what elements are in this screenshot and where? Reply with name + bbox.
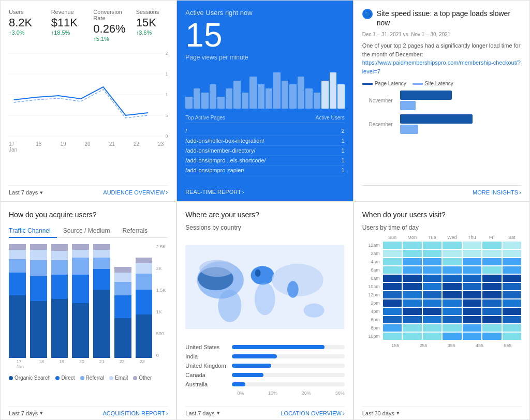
acq-seg-organic-2 — [51, 299, 68, 358]
acquisition-panel-footer: Last 7 days ▾ ACQUISITION REPORT › — [9, 406, 168, 416]
country-bar-4 — [232, 382, 245, 386]
realtime-title: Active Users right now — [185, 9, 344, 17]
acq-column-3[interactable] — [72, 244, 89, 358]
heatmap-cell-5-2 — [423, 283, 441, 290]
svg-point-14 — [255, 282, 275, 315]
country-list: United States India United Kingdom Canad… — [185, 344, 344, 387]
realtime-report-link[interactable]: REAL-TIME REPORT › — [185, 189, 244, 195]
country-row-4: Australia — [185, 381, 344, 387]
heatmap-cell-0-0 — [383, 242, 402, 249]
realtime-bar-chart — [185, 67, 344, 109]
acquisition-panel: How do you acquire users? Traffic Channe… — [0, 202, 176, 420]
acquisition-legend: Organic Search Direct Referral Email Oth… — [9, 375, 168, 381]
metric-users-change: ↑3.0% — [9, 29, 41, 36]
tab-source-medium[interactable]: Source / Medium — [57, 224, 116, 237]
legend-organic: Organic Search — [9, 375, 50, 381]
heatmap-cell-9-4 — [463, 316, 481, 323]
acq-seg-other-6 — [136, 258, 153, 263]
month-row-november: November — [362, 91, 521, 110]
location-period-dropdown[interactable]: Last 7 days ▾ — [185, 410, 219, 416]
rt-bar-19 — [337, 84, 344, 109]
acq-seg-direct-6 — [136, 290, 153, 314]
heatmap-cell-11-1 — [403, 333, 421, 340]
insights-bar-chart: November December — [362, 91, 521, 134]
acq-seg-email-3 — [72, 250, 89, 258]
november-label: November — [362, 98, 396, 103]
acquisition-report-link[interactable]: ACQUISITION REPORT › — [102, 410, 168, 416]
acq-seg-organic-4 — [93, 290, 110, 358]
insights-link[interactable]: https://www.paidmembershipspro.com/membe… — [362, 59, 521, 74]
svg-text:0: 0 — [166, 133, 168, 139]
audience-panel: Users 8.2K ↑3.0% Revenue $11K ↑18.5% Con… — [0, 0, 176, 202]
heatmap-day-header-wed: Wed — [443, 234, 461, 241]
heatmap-cell-10-2 — [423, 324, 441, 332]
acquisition-period-dropdown[interactable]: Last 7 days ▾ — [9, 410, 43, 416]
heatmap-cell-6-2 — [423, 291, 441, 298]
heatmap-x-label-0: 155 — [382, 343, 409, 348]
tab-referrals[interactable]: Referrals — [116, 224, 154, 237]
heatmap-cell-7-6 — [503, 299, 521, 307]
heatmap-hour-label-0: 12am — [362, 242, 382, 249]
acq-seg-email-5 — [114, 273, 131, 282]
metric-conversion-value: 0.26% — [93, 22, 125, 36]
acquisition-chart: 2.5K 2K 1.5K 1K 500 0 17Jan 18 19 20 21 … — [9, 244, 168, 371]
acq-column-0[interactable] — [9, 244, 26, 358]
acq-column-1[interactable] — [30, 244, 47, 358]
audience-overview-link[interactable]: AUDIENCE OVERVIEW › — [103, 189, 168, 196]
heatmap-legend-row: 155255355455555 — [362, 343, 521, 348]
legend-direct: Direct — [55, 375, 75, 381]
heatmap-cell-5-4 — [463, 283, 481, 290]
chevron-right-icon: › — [242, 189, 244, 195]
country-name-4: Australia — [185, 381, 232, 387]
acq-column-6[interactable] — [136, 258, 153, 358]
acq-seg-email-0 — [9, 250, 26, 259]
heatmap-cell-6-3 — [443, 291, 461, 298]
realtime-subtitle: Page views per minute — [185, 54, 344, 61]
svg-text:2K: 2K — [166, 51, 168, 56]
location-overview-link[interactable]: LOCATION OVERVIEW › — [281, 410, 344, 416]
realtime-footer: REAL-TIME REPORT › — [185, 189, 344, 195]
heatmap-cell-2-3 — [443, 258, 461, 265]
heatmap-cell-10-0 — [383, 324, 402, 332]
metric-conversion-change: ↑5.1% — [93, 36, 125, 42]
heatmap-cell-0-3 — [443, 242, 461, 249]
rt-bar-4 — [217, 97, 224, 109]
audience-period-dropdown[interactable]: Last 7 days ▾ — [9, 189, 43, 196]
more-insights-link[interactable]: MORE INSIGHTS › — [473, 189, 521, 196]
heatmap-cell-1-5 — [482, 250, 501, 257]
rt-row-2: /add-ons/member-directory/1 — [185, 146, 344, 156]
country-bar-0 — [232, 345, 324, 349]
acq-seg-referral-6 — [136, 274, 153, 290]
heatmap-cell-0-5 — [482, 242, 501, 249]
rt-bar-18 — [330, 72, 336, 109]
acq-column-4[interactable] — [93, 244, 110, 358]
rt-bar-10 — [266, 88, 272, 109]
heatmap-cell-3-6 — [503, 266, 521, 274]
heatmap-cell-4-3 — [443, 275, 461, 282]
world-map — [185, 235, 344, 339]
time-period-dropdown[interactable]: Last 30 days ▾ — [362, 410, 400, 416]
tab-traffic-channel[interactable]: Traffic Channel — [9, 224, 57, 237]
country-bar-bg-3 — [232, 373, 344, 377]
acq-column-5[interactable] — [114, 267, 131, 358]
heatmap-hour-label-7: 2pm — [362, 299, 382, 307]
heatmap-cell-8-4 — [463, 308, 481, 315]
heatmap-cell-3-4 — [463, 266, 481, 274]
country-row-2: United Kingdom — [185, 363, 344, 369]
acq-column-2[interactable] — [51, 244, 68, 358]
country-row-1: India — [185, 353, 344, 359]
country-name-3: Canada — [185, 372, 232, 378]
time-section-title: When do your users visit? — [362, 211, 521, 219]
heatmap-cell-9-3 — [443, 316, 461, 323]
audience-chart-area: 2K 1.5K 1K 500 0 — [9, 48, 168, 152]
heatmap-cell-11-5 — [482, 333, 501, 340]
acq-seg-organic-6 — [136, 314, 153, 358]
heatmap-cell-2-5 — [482, 258, 501, 265]
heatmap-cell-5-3 — [443, 283, 461, 290]
heatmap-cell-4-1 — [403, 275, 421, 282]
heatmap-hour-label-1: 2am — [362, 250, 382, 257]
rt-bar-13 — [289, 84, 296, 109]
svg-point-16 — [287, 281, 299, 298]
rt-bar-0 — [185, 97, 192, 109]
heatmap-cell-1-3 — [443, 250, 461, 257]
